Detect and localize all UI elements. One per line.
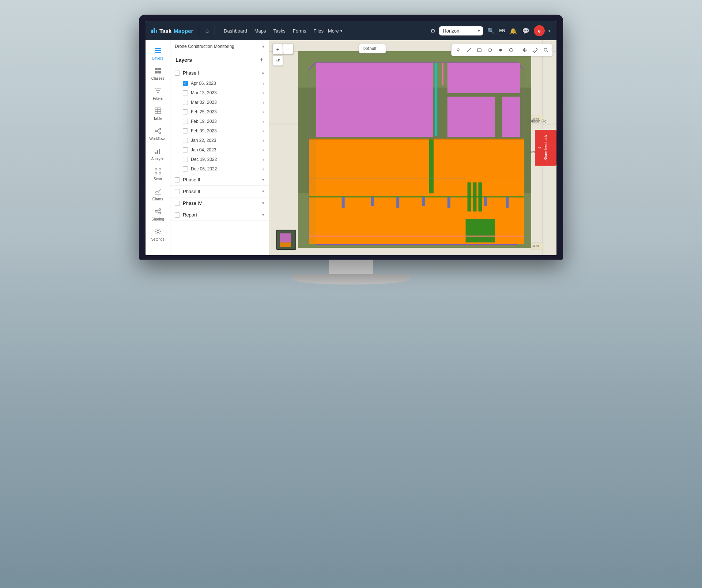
- phase2-checkbox[interactable]: [175, 177, 180, 182]
- date-checkbox-dec19[interactable]: [183, 157, 188, 162]
- sidebar-item-scan[interactable]: Scan: [146, 164, 170, 184]
- date-checkbox-feb19[interactable]: [183, 119, 188, 124]
- sidebar-item-layers[interactable]: Layers: [146, 43, 170, 63]
- phase1-checkbox[interactable]: [175, 71, 180, 76]
- sidebar-item-settings[interactable]: Settings: [146, 224, 170, 244]
- map-ellipse-tool[interactable]: [485, 45, 495, 55]
- date-item-mar02[interactable]: Mar 02, 2023 ▾: [170, 98, 269, 107]
- map-area[interactable]: + − ↺ Default: [269, 40, 556, 255]
- map-dropdown-container: Default: [359, 44, 386, 53]
- settings-icon[interactable]: ⚙: [430, 27, 435, 34]
- classes-label: Classes: [151, 76, 165, 80]
- search-icon[interactable]: 🔍: [487, 27, 495, 35]
- phase2-header[interactable]: Phase II ▾: [170, 174, 269, 185]
- map-refresh-button[interactable]: ↺: [273, 56, 283, 66]
- scan-label: Scan: [154, 177, 162, 181]
- layers-panel-project-header[interactable]: Drone Construction Monitoring ▾: [170, 40, 269, 53]
- layers-list: Phase I ∧ ✓ Apr 06, 2023 ▾: [170, 67, 269, 255]
- date-item-feb25[interactable]: Feb 25, 2023 ▾: [170, 107, 269, 117]
- date-item-feb09[interactable]: Feb 09, 2023 ▾: [170, 126, 269, 136]
- svg-marker-80: [280, 233, 291, 242]
- monitor-stand-base: [292, 274, 410, 284]
- zoom-in-button[interactable]: +: [273, 44, 283, 54]
- map-polygon-tool[interactable]: [506, 45, 516, 55]
- messages-icon[interactable]: 💬: [521, 27, 530, 35]
- date-item-feb19[interactable]: Feb 19, 2023 ▾: [170, 117, 269, 126]
- date-checkbox-feb25[interactable]: [183, 109, 188, 114]
- layers-panel: Drone Construction Monitoring ▾ Layers +: [170, 40, 269, 255]
- date-chevron-apr06: ▾: [263, 82, 264, 86]
- date-checkbox-mar02[interactable]: [183, 100, 188, 105]
- phase3-checkbox[interactable]: [175, 189, 180, 194]
- nav-dashboard[interactable]: Dashboard: [221, 27, 250, 35]
- app-logo[interactable]: TaskMapper: [151, 28, 193, 34]
- phase2-name: Phase II: [183, 177, 259, 182]
- phase3-name: Phase III: [183, 189, 259, 194]
- home-icon[interactable]: ⌂: [205, 27, 209, 34]
- date-label-feb25: Feb 25, 2023: [191, 109, 260, 114]
- notifications-icon[interactable]: 🔔: [509, 27, 518, 35]
- date-item-jan04[interactable]: Jan 04, 2023 ▾: [170, 145, 269, 155]
- sidebar-item-sharing[interactable]: Sharing: [146, 204, 170, 224]
- workspace-select[interactable]: Horizon: [439, 26, 483, 35]
- phase4-checkbox[interactable]: [175, 201, 180, 206]
- share-feedback-dots-icon: ···: [550, 146, 554, 149]
- language-selector[interactable]: EN: [499, 28, 505, 33]
- date-checkbox-apr06[interactable]: ✓: [183, 81, 188, 86]
- sidebar-item-table[interactable]: Table: [146, 103, 170, 124]
- analyze-icon: [154, 147, 162, 156]
- svg-rect-18: [159, 149, 160, 154]
- share-feedback-wrapper: ✏ Share feedback ···: [535, 130, 556, 166]
- map-search-tool[interactable]: [541, 45, 551, 55]
- date-checkbox-mar13[interactable]: [183, 90, 188, 95]
- report-checkbox[interactable]: [175, 212, 180, 218]
- date-label-jan22: Jan 22, 2023: [191, 138, 260, 143]
- date-item-jan22[interactable]: Jan 22, 2023 ▾: [170, 136, 269, 145]
- date-checkbox-dec06[interactable]: [183, 166, 188, 172]
- date-chevron-jan04: ▾: [263, 148, 264, 152]
- sidebar-item-workflows[interactable]: Workflows: [146, 124, 170, 144]
- sidebar-item-classes[interactable]: Classes: [146, 63, 170, 83]
- map-dot-tool[interactable]: [496, 45, 505, 55]
- user-avatar[interactable]: e: [534, 25, 545, 36]
- sidebar-item-analyze[interactable]: Analyze: [146, 144, 170, 164]
- sidebar-item-charts[interactable]: Charts: [146, 184, 170, 204]
- svg-point-12: [159, 128, 161, 130]
- map-pin-tool[interactable]: [453, 45, 463, 55]
- phase1-header[interactable]: Phase I ∧: [170, 67, 269, 79]
- share-feedback-button[interactable]: ✏ Share feedback ···: [535, 130, 556, 166]
- add-layer-button[interactable]: +: [260, 57, 264, 63]
- nav-files[interactable]: Files: [311, 27, 327, 35]
- date-item-dec19[interactable]: Dec 19, 2022 ▾: [170, 155, 269, 164]
- date-item-mar13[interactable]: Mar 13, 2023 ▾: [170, 88, 269, 98]
- date-label-dec06: Dec 06, 2022: [191, 166, 260, 172]
- svg-rect-66: [422, 197, 425, 206]
- phase3-header[interactable]: Phase III ▾: [170, 186, 269, 197]
- workflows-icon: [154, 127, 162, 136]
- date-item-dec06[interactable]: Dec 06, 2022 ▾: [170, 164, 269, 174]
- svg-point-11: [155, 130, 157, 132]
- nav-forms[interactable]: Forms: [290, 27, 309, 35]
- map-line-tool[interactable]: [464, 45, 473, 55]
- scan-icon: [154, 167, 162, 176]
- report-header[interactable]: Report ▾: [170, 209, 269, 220]
- map-view-mode-select[interactable]: Default: [359, 44, 386, 53]
- map-rectangle-tool[interactable]: [475, 45, 484, 55]
- map-wrench-tool[interactable]: [531, 45, 540, 55]
- date-checkbox-feb09[interactable]: [183, 128, 188, 133]
- phase4-header[interactable]: Phase IV ▾: [170, 197, 269, 209]
- settings-label: Settings: [151, 237, 164, 241]
- nav-more[interactable]: More ▾: [328, 28, 342, 34]
- workspace-selector[interactable]: Horizon: [439, 26, 483, 35]
- nav-tasks[interactable]: Tasks: [271, 27, 288, 35]
- map-move-tool[interactable]: [520, 45, 529, 55]
- nav-maps[interactable]: Maps: [252, 27, 269, 35]
- zoom-out-button[interactable]: −: [283, 44, 293, 54]
- date-checkbox-jan22[interactable]: [183, 138, 188, 143]
- date-item-apr06[interactable]: ✓ Apr 06, 2023 ▾: [170, 79, 269, 88]
- profile-chevron-icon[interactable]: ▾: [548, 29, 551, 33]
- sidebar-item-filters[interactable]: Filters: [146, 83, 170, 103]
- date-label-mar13: Mar 13, 2023: [191, 90, 260, 95]
- date-checkbox-jan04[interactable]: [183, 147, 188, 152]
- svg-rect-21: [155, 172, 157, 174]
